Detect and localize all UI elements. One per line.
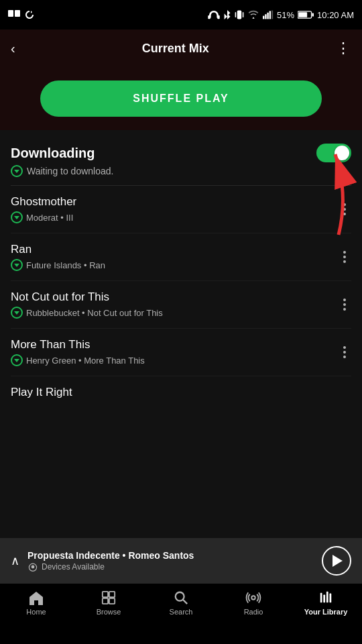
nav-label-radio: Radio [244,608,263,616]
svg-rect-11 [272,11,273,19]
refresh-icon [24,9,35,20]
browse-icon [101,590,117,605]
toggle-track [316,144,351,162]
bottom-nav: Home Browse Search Radio [0,584,362,644]
toggle-thumb [335,146,349,160]
play-icon [333,555,343,567]
svg-rect-6 [243,12,244,17]
svg-rect-19 [103,598,108,604]
track-more-button[interactable] [338,296,351,313]
downloading-label: Downloading [11,146,95,161]
sidebar-item-library[interactable]: Your Library [290,590,362,616]
track-title: More Than This [11,338,338,352]
svg-rect-13 [298,12,307,17]
svg-rect-26 [326,592,328,603]
status-bar: 51% 10:20 AM [0,0,362,30]
svg-rect-17 [103,592,108,597]
svg-rect-20 [109,598,115,604]
download-toggle[interactable] [316,144,351,162]
play-button[interactable] [322,546,351,576]
track-info: More Than This Henry Green • More Than T… [11,338,338,366]
sidebar-item-home[interactable]: Home [0,590,72,616]
table-row: Not Cut out for This Rubblebucket • Not … [11,281,351,329]
sim-icon [8,10,20,19]
svg-rect-2 [208,15,210,19]
battery-icon [298,10,314,19]
svg-rect-14 [312,13,314,16]
now-playing-info: Propuesta Indecente • Romeo Santos Devic… [27,550,314,572]
shuffle-container: SHUFFLE PLAY [0,67,362,130]
track-subtitle: Future Islands • Ran [11,259,338,271]
nav-label-browse: Browse [97,608,121,616]
downloaded-icon [11,307,23,319]
back-button[interactable]: ‹ [11,41,15,56]
svg-rect-10 [269,11,271,19]
track-info: Ghostmother Moderat • III [11,195,338,223]
vibrate-icon [235,9,244,20]
home-icon [28,590,44,605]
track-more-button[interactable] [338,201,351,218]
svg-point-23 [251,596,255,600]
table-row: Play It Right [11,376,351,399]
sidebar-item-radio[interactable]: Radio [217,590,290,616]
status-left-icons [8,9,35,20]
battery-percent: 51% [277,10,294,20]
header: ‹ Current Mix ⋮ [0,30,362,67]
svg-rect-27 [330,594,332,603]
track-info: Ran Future Islands • Ran [11,243,338,271]
dl-arrow [14,216,19,219]
radio-icon [245,590,261,605]
now-playing-sub: Devices Available [27,562,314,572]
downloading-row: Downloading [11,130,351,165]
track-subtitle: Henry Green • More Than This [11,354,338,366]
track-title: Ran [11,243,338,256]
bluetooth-icon [223,9,231,20]
track-subtitle: Moderat • III [11,211,338,223]
svg-line-22 [183,600,187,604]
downloaded-icon [11,354,23,366]
nav-label-library: Your Library [304,608,348,616]
svg-point-16 [32,566,35,569]
shuffle-play-button[interactable]: SHUFFLE PLAY [40,80,322,117]
track-more-button[interactable] [338,248,351,266]
status-right-icons: 51% 10:20 AM [208,9,354,20]
library-icon [318,590,334,605]
svg-rect-7 [263,16,264,19]
now-playing-title: Propuesta Indecente • Romeo Santos [27,550,314,561]
signal-icon [263,10,274,19]
more-button[interactable]: ⋮ [336,40,351,57]
dl-arrow [14,264,19,267]
svg-rect-4 [237,11,241,19]
dl-arrow [14,359,19,362]
collapse-button[interactable]: ∧ [11,553,19,568]
track-more-button[interactable] [338,343,351,361]
download-arrow-icon [14,170,19,173]
nav-label-search: Search [170,608,193,616]
svg-point-21 [176,592,184,601]
page-title: Current Mix [142,42,209,56]
svg-rect-25 [323,594,325,602]
nav-label-home: Home [26,608,46,616]
sidebar-item-search[interactable]: Search [145,590,217,616]
sidebar-item-browse[interactable]: Browse [72,590,145,616]
svg-rect-1 [15,10,20,17]
table-row: Ran Future Islands • Ran [11,233,351,281]
table-row: More Than This Henry Green • More Than T… [11,329,351,376]
waiting-text: Waiting to download. [11,165,351,186]
svg-rect-5 [235,12,237,17]
search-icon [173,590,189,605]
svg-rect-8 [265,14,266,19]
track-subtitle: Rubblebucket • Not Cut out for This [11,307,338,319]
downloaded-icon [11,259,23,271]
speaker-icon [27,562,38,572]
svg-rect-24 [320,593,322,603]
track-info: Not Cut out for This Rubblebucket • Not … [11,290,338,319]
downloaded-icon [11,211,23,223]
svg-rect-9 [267,13,268,19]
download-circle-icon [11,165,23,177]
now-playing-bar[interactable]: ∧ Propuesta Indecente • Romeo Santos Dev… [0,538,362,584]
track-title: Not Cut out for This [11,290,338,304]
svg-rect-18 [109,592,115,597]
headphones-icon [208,10,220,19]
track-title: Ghostmother [11,195,338,209]
